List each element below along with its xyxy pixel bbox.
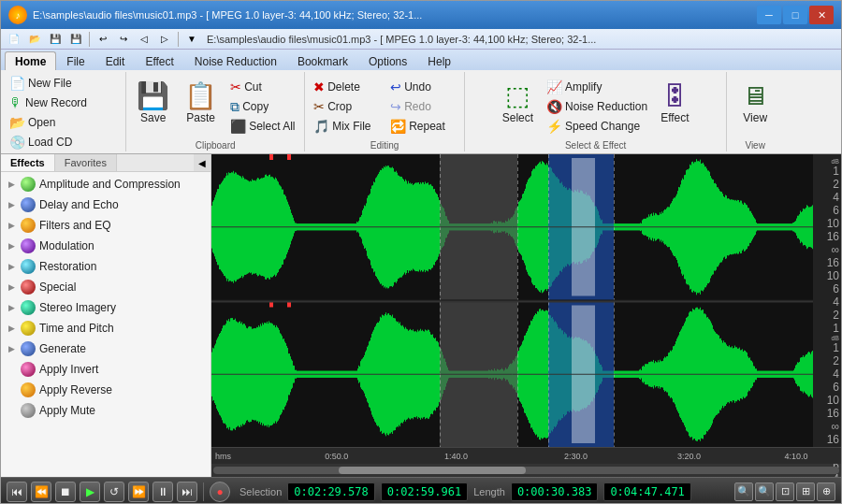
sidebar-item-apply-reverse[interactable]: ▶ Apply Reverse	[1, 380, 210, 400]
noise-reduction-label: Noise Reduction	[565, 100, 647, 113]
cut-button[interactable]: ✂ Cut	[225, 78, 300, 96]
clipboard-group-label: Clipboard	[196, 138, 236, 151]
minimize-button[interactable]: ─	[757, 6, 781, 24]
speed-change-button[interactable]: ⚡ Speed Change	[542, 117, 652, 136]
open-button[interactable]: 📂 Open	[5, 113, 122, 132]
transport-to-end[interactable]: ⏭	[177, 482, 197, 502]
mix-file-button[interactable]: 🎵 Mix File	[309, 117, 384, 136]
transport-record[interactable]: ●	[210, 482, 230, 502]
editing-group-content: ✖ Delete ✂ Crop 🎵 Mix File ↩ Undo	[309, 74, 460, 138]
effect-col: 📈 Amplify 🔇 Noise Reduction ⚡ Speed Chan…	[542, 74, 652, 136]
tab-help[interactable]: Help	[417, 51, 461, 70]
select-all-icon: ⬛	[230, 119, 246, 134]
sidebar-item-restoration[interactable]: ▶ Restoration	[1, 256, 210, 277]
sidebar-item-modulation[interactable]: ▶ Modulation	[1, 236, 210, 256]
transport-pause[interactable]: ⏸	[152, 482, 173, 502]
qt-new-button[interactable]: 📄	[5, 31, 23, 48]
db-16: 16	[815, 230, 839, 243]
sidebar-item-apply-mute[interactable]: ▶ Apply Mute	[1, 400, 210, 421]
sidebar-tabs: Effects Favorites ◀	[1, 154, 210, 172]
select-all-label: Select All	[249, 120, 295, 133]
sidebar-item-filters[interactable]: ▶ Filters and EQ	[1, 215, 210, 236]
select-effect-content: ⬚ Select 📈 Amplify 🔇 Noise Reduction ⚡ S…	[496, 74, 696, 138]
time-pitch-label: Time and Pitch	[39, 322, 114, 335]
sidebar-item-special[interactable]: ▶ Special	[1, 277, 210, 297]
sidebar-item-amplitude[interactable]: ▶ Amplitude and Compression	[1, 174, 210, 194]
zoom-extra1[interactable]: ⊕	[817, 482, 835, 501]
h-scrollbar[interactable]	[211, 464, 841, 477]
tab-effect[interactable]: Effect	[135, 51, 183, 70]
qt-open-button[interactable]: 📂	[25, 31, 44, 48]
maximize-button[interactable]: □	[783, 6, 807, 24]
transport-stop[interactable]: ⏹	[55, 482, 76, 502]
save-icon: 💾	[137, 83, 169, 109]
new-file-button[interactable]: 📄 New File	[5, 74, 122, 93]
tab-edit[interactable]: Edit	[95, 51, 136, 70]
crop-button[interactable]: ✂ Crop	[309, 97, 384, 116]
sidebar-item-time-pitch[interactable]: ▶ Time and Pitch	[1, 318, 210, 338]
tab-noise-reduction[interactable]: Noise Reduction	[184, 51, 287, 70]
new-record-icon: 🎙	[9, 95, 22, 110]
waveform-tracks[interactable]	[211, 154, 841, 447]
scrollbar-track[interactable]	[213, 467, 839, 474]
tab-options[interactable]: Options	[358, 51, 417, 70]
repeat-button[interactable]: 🔁 Repeat	[385, 117, 460, 136]
select-icon: ⬚	[505, 83, 530, 109]
qt-save-button[interactable]: 💾	[46, 31, 65, 48]
waveform-canvas[interactable]	[211, 154, 841, 447]
zoom-out-button[interactable]: 🔍	[755, 482, 774, 501]
sidebar-item-generate[interactable]: ▶ Generate	[1, 338, 210, 359]
save-button[interactable]: 💾 Save	[130, 74, 176, 134]
qt-fwd-button[interactable]: ▷	[155, 31, 174, 48]
load-cd-button[interactable]: 💿 Load CD	[5, 133, 122, 151]
transport-bar: ⏮ ⏪ ⏹ ▶ ↺ ⏩ ⏸ ⏭ ● Selection 0:02:29.578 …	[1, 477, 841, 504]
mix-icon: 🎵	[313, 119, 329, 134]
select-button[interactable]: ⬚ Select	[496, 74, 540, 134]
db-4: 4	[815, 191, 839, 204]
qt-dropdown-button[interactable]: ▼	[182, 31, 201, 48]
copy-button[interactable]: ⧉ Copy	[225, 97, 300, 116]
stereo-label: Stereo Imagery	[39, 301, 116, 314]
scrollbar-thumb[interactable]	[339, 467, 527, 474]
transport-loop[interactable]: ↺	[104, 482, 124, 502]
sidebar-item-apply-invert[interactable]: ▶ Apply Invert	[1, 359, 210, 380]
title-bar: ♪ E:\samples\audio files\music01.mp3 - […	[1, 1, 841, 29]
tab-bookmark[interactable]: Bookmark	[287, 51, 358, 70]
undo-button[interactable]: ↩ Undo	[385, 78, 460, 96]
ribbon-group-clipboard: 💾 Save 📋 Paste ✂ Cut ⧉ Copy ⬛ Select All	[126, 72, 305, 151]
qt-undo-button[interactable]: ↩	[94, 31, 112, 48]
app-logo: ♪	[8, 6, 27, 24]
tab-file[interactable]: File	[56, 51, 94, 70]
redo-button[interactable]: ↪ Redo	[385, 97, 460, 116]
view-button[interactable]: 🖥 View	[734, 74, 776, 134]
paste-button[interactable]: 📋 Paste	[178, 74, 224, 134]
transport-to-start[interactable]: ⏮	[7, 482, 27, 502]
zoom-in-button[interactable]: 🔍	[734, 482, 753, 501]
delete-button[interactable]: ✖ Delete	[309, 78, 384, 96]
crop-icon: ✂	[313, 99, 325, 114]
qt-save2-button[interactable]: 💾	[66, 31, 85, 48]
transport-fastforward[interactable]: ⏩	[128, 482, 149, 502]
db-16c: 16	[815, 407, 839, 420]
sidebar-tab-favorites[interactable]: Favorites	[55, 154, 117, 171]
amplify-button[interactable]: 📈 Amplify	[542, 78, 652, 96]
sidebar-list: ▶ Amplitude and Compression ▶ Delay and …	[1, 172, 210, 477]
close-button[interactable]: ✕	[809, 6, 834, 24]
new-record-button[interactable]: 🎙 New Record	[5, 94, 122, 112]
qt-back-button[interactable]: ◁	[135, 31, 153, 48]
sidebar-item-stereo[interactable]: ▶ Stereo Imagery	[1, 297, 210, 318]
effect-button[interactable]: 🎛 Effect	[654, 74, 695, 134]
sidebar-options-button[interactable]: ◀	[194, 154, 210, 171]
zoom-fit-button[interactable]: ⊡	[776, 482, 794, 501]
sidebar-item-delay[interactable]: ▶ Delay and Echo	[1, 194, 210, 215]
qt-redo-button[interactable]: ↪	[114, 31, 133, 48]
transport-rewind[interactable]: ⏪	[31, 482, 51, 502]
sidebar-tab-effects[interactable]: Effects	[1, 154, 55, 171]
time-display: Selection 0:02:29.578 0:02:59.961 Length…	[240, 482, 691, 501]
zoom-reset-button[interactable]: ⊞	[796, 482, 815, 501]
editing-col1: ✖ Delete ✂ Crop 🎵 Mix File	[309, 74, 384, 136]
noise-reduction-button[interactable]: 🔇 Noise Reduction	[542, 97, 652, 116]
select-all-button[interactable]: ⬛ Select All	[225, 117, 300, 136]
transport-play[interactable]: ▶	[80, 482, 100, 502]
tab-home[interactable]: Home	[5, 51, 56, 70]
